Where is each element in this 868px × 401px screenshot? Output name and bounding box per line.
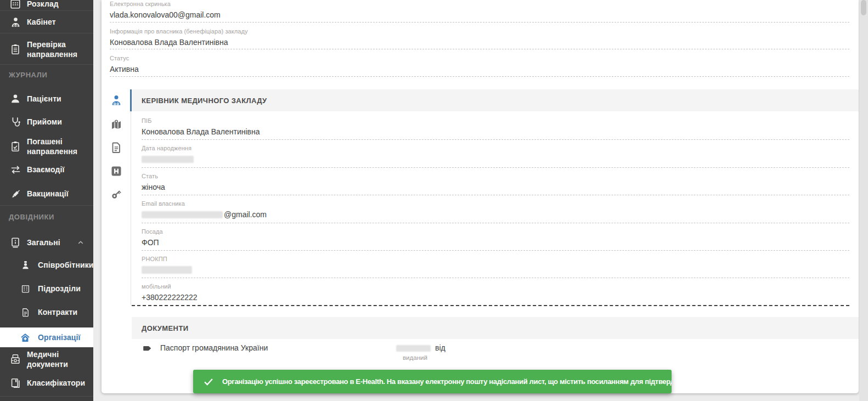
map-icon: [110, 118, 123, 131]
book-icon: [9, 236, 22, 249]
arrows-icon: [9, 163, 22, 176]
document-row[interactable]: Паспорт громадянина України від виданий: [142, 340, 849, 368]
field-label: РНОКПП: [142, 256, 849, 263]
clipboard-check-icon: [9, 140, 22, 153]
hospital-icon: [110, 165, 123, 178]
active-tab-indicator: [130, 89, 132, 111]
field-label: Email власника: [142, 200, 849, 207]
document-icon: [110, 141, 123, 154]
doctor-icon: [9, 15, 22, 29]
sidebar-item-label: Співробітники: [38, 260, 94, 270]
doctor-icon: [110, 94, 123, 107]
field-label: Статус: [110, 55, 849, 62]
sidebar-item-patients[interactable]: Пацієнти: [0, 92, 93, 106]
clipboard-icon: [9, 43, 22, 56]
tab-contract[interactable]: [110, 141, 123, 154]
sidebar-item-label: Класифікатори: [27, 378, 85, 388]
sidebar-item-units[interactable]: Підрозділи: [0, 281, 93, 296]
field-row: Дата народження: [142, 140, 849, 167]
field-row: РНОКПП: [142, 251, 849, 278]
calendar-icon: [9, 0, 22, 10]
field-row: Статус Активна: [110, 49, 849, 77]
sidebar-item-label: Організації: [38, 332, 81, 342]
section-title: ДОКУМЕНТИ: [142, 324, 189, 332]
field-value: Коновалова Влада Валентинівна: [142, 127, 849, 137]
sidebar-item-label: Контракти: [38, 307, 77, 317]
field-label: Посада: [142, 228, 849, 235]
sidebar-section-journals: ЖУРНАЛИ: [9, 71, 47, 79]
sidebar-item-label: Медичні документи: [27, 349, 93, 369]
divider: [0, 396, 93, 397]
scrollbar-track[interactable]: [859, 0, 868, 401]
sidebar-item-interactions[interactable]: Взаємодії: [0, 162, 93, 177]
sidebar-item-classifiers[interactable]: Класифікатори: [0, 376, 93, 390]
field-row: мобільний +380222222222: [142, 278, 849, 306]
sidebar-item-label: Підрозділи: [38, 284, 81, 293]
field-row: Email власника @gmail.com: [142, 195, 849, 223]
field-row: ПІБ Коновалова Влада Валентинівна: [142, 112, 849, 140]
field-value-redacted: [142, 154, 849, 165]
divider: [0, 64, 93, 65]
divider: [0, 33, 93, 33]
field-label: Інформація про власника (бенефіціара) за…: [110, 28, 849, 35]
sidebar-item-vaccinations[interactable]: Вакцинації: [0, 187, 93, 201]
books-icon: [9, 376, 22, 389]
field-row: Посада ФОП: [142, 223, 849, 251]
person-icon: [9, 92, 22, 105]
sidebar-item-general[interactable]: Загальні: [0, 235, 93, 250]
sidebar-item-appointments[interactable]: Прийоми: [0, 115, 93, 129]
document-issued-label: виданий: [403, 354, 427, 361]
key-icon: [110, 188, 123, 201]
sidebar-item-cabinet[interactable]: Кабінет: [0, 15, 93, 29]
sidebar-item-label: Взаємодії: [27, 165, 65, 174]
document-name: Паспорт громадянина України: [160, 343, 268, 352]
sidebar-item-label: Кабінет: [27, 17, 56, 27]
sidebar-item-contracts[interactable]: Контракти: [0, 305, 93, 319]
tag-icon: [142, 342, 154, 354]
sidebar-item-redeemed-referrals[interactable]: Погашені направлення: [0, 137, 93, 156]
syringe-icon: [9, 187, 22, 200]
sidebar-item-employees[interactable]: Співробітники: [0, 258, 93, 272]
field-row: Електронна скринька vlada.konovalova00@g…: [110, 0, 849, 22]
sidebar-item-schedule[interactable]: Розклад: [0, 0, 93, 11]
field-label: Електронна скринька: [110, 1, 849, 8]
tab-map[interactable]: [110, 118, 123, 131]
field-value: +380222222222: [142, 292, 849, 303]
house-cross-icon: [20, 332, 31, 343]
success-toast: Організацію успішно зареєестровано в E-H…: [193, 370, 672, 393]
sidebar-item-label: Розклад: [27, 0, 59, 9]
tab-hospital[interactable]: [110, 165, 123, 178]
sidebar: Розклад Кабінет Перевірка направлення ЖУ…: [0, 0, 93, 401]
sidebar-item-label: Погашені направлення: [27, 137, 93, 156]
sidebar-item-label: Пацієнти: [27, 94, 61, 104]
sidebar-item-referral-check[interactable]: Перевірка направлення: [0, 39, 93, 59]
chevron-up-icon[interactable]: [76, 238, 86, 247]
med-docs-icon: [9, 353, 22, 366]
leader-fields: ПІБ Коновалова Влада Валентинівна Дата н…: [142, 112, 849, 306]
tab-leader[interactable]: [110, 94, 123, 107]
field-label: Дата народження: [142, 145, 849, 152]
tab-key[interactable]: [110, 188, 123, 201]
redacted-block: [142, 211, 223, 218]
divider: [131, 89, 131, 306]
toast-message: Організацію успішно зареєестровано в E-H…: [222, 377, 672, 386]
redacted-block: [142, 266, 192, 274]
scrollbar-thumb[interactable]: [861, 0, 866, 15]
field-row: Інформація про власника (бенефіціара) за…: [110, 22, 849, 50]
divider: [0, 10, 93, 11]
leader-section-header: КЕРІВНИК МЕДИЧНОГО ЗАКЛАДУ: [132, 89, 859, 111]
field-value: ФОП: [142, 238, 849, 248]
contract-icon: [20, 307, 31, 318]
field-value: Активна: [110, 64, 849, 75]
organization-detail-card: Електронна скринька vlada.konovalova00@g…: [102, 0, 859, 393]
documents-section-header: ДОКУМЕНТИ: [132, 317, 859, 339]
email-suffix: @gmail.com: [224, 210, 267, 219]
field-row: Стать жіноча: [142, 168, 849, 195]
field-value: жіноча: [142, 182, 849, 193]
field-value: Коновалова Влада Валентинівна: [110, 37, 849, 48]
sidebar-item-medical-documents[interactable]: Медичні документи: [0, 349, 93, 369]
sidebar-item-label: Загальні: [27, 238, 60, 247]
check-icon: [202, 376, 215, 388]
field-label: ПІБ: [142, 117, 849, 125]
sidebar-item-organizations[interactable]: Організації: [0, 327, 93, 347]
